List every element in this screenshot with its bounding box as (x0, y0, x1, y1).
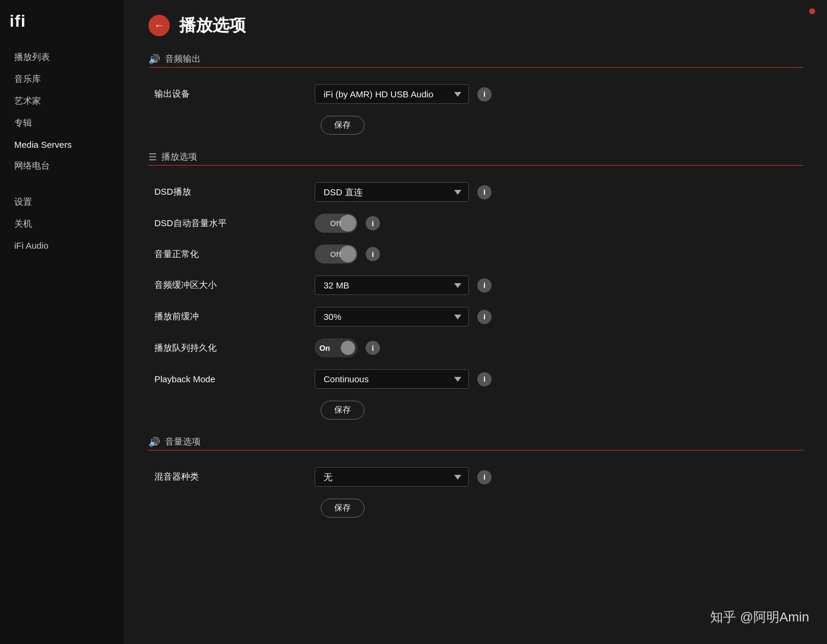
volume-normalize-label: 音量正常化 (148, 249, 315, 260)
volume-normalize-toggle[interactable]: Off (315, 245, 357, 264)
playback-mode-row: Playback Mode Continuous Single Repeat S… (148, 363, 803, 395)
dsd-volume-row: DSD自动音量水平 Off i (148, 208, 803, 239)
playback-mode-info-button[interactable]: i (477, 372, 492, 386)
section-volume-divider (148, 450, 803, 451)
sidebar-item-library[interactable]: 音乐库 (9, 69, 124, 89)
mixer-select[interactable]: 无 软件 硬件 (315, 467, 469, 487)
section-audio-output-divider (148, 67, 803, 68)
sidebar-item-ifi-audio[interactable]: iFi Audio (9, 236, 124, 255)
section-playback-header: ☰ 播放选项 (148, 151, 803, 163)
playback-save-row: 保存 (148, 395, 803, 426)
sidebar-item-settings[interactable]: 设置 (9, 192, 124, 212)
output-device-row: 输出设备 iFi (by AMR) HD USB Audio i (148, 78, 803, 110)
volume-normalize-control: Off i (315, 245, 380, 264)
persist-queue-toggle-on-label: On (319, 344, 330, 353)
sidebar-item-shutdown[interactable]: 关机 (9, 214, 124, 234)
section-volume-label: 音量选项 (165, 436, 201, 448)
output-device-select[interactable]: iFi (by AMR) HD USB Audio (315, 84, 469, 104)
mixer-control: 无 软件 硬件 i (315, 467, 492, 487)
dsd-playback-info-button[interactable]: i (477, 185, 492, 199)
sidebar: ifi 播放列表 音乐库 艺术家 专辑 Media Servers 网络电台 设… (0, 0, 125, 644)
prebuffer-label: 播放前缓冲 (148, 311, 315, 322)
persist-queue-toggle[interactable]: On (315, 338, 357, 357)
sidebar-item-playlist[interactable]: 播放列表 (9, 47, 124, 67)
volume-normalize-row: 音量正常化 Off i (148, 239, 803, 269)
dsd-volume-info-button[interactable]: i (366, 216, 380, 230)
buffer-size-row: 音频缓冲区大小 16 MB 32 MB 64 MB 128 MB i (148, 269, 803, 301)
speaker-icon: 🔊 (148, 53, 160, 65)
section-playback-label: 播放选项 (161, 151, 197, 163)
dsd-volume-toggle-thumb (340, 215, 356, 231)
page-title: 播放选项 (179, 14, 246, 37)
volume-save-row: 保存 (148, 493, 803, 524)
buffer-size-select[interactable]: 16 MB 32 MB 64 MB 128 MB (315, 275, 469, 295)
page-header: ← 播放选项 (148, 14, 803, 37)
volume-normalize-toggle-thumb (340, 246, 356, 262)
audio-output-save-button[interactable]: 保存 (321, 116, 365, 135)
section-audio-output-label: 音频输出 (165, 53, 201, 65)
dsd-volume-control: Off i (315, 214, 380, 233)
dsd-volume-toggle[interactable]: Off (315, 214, 357, 233)
buffer-size-info-button[interactable]: i (477, 278, 492, 293)
sidebar-item-artist[interactable]: 艺术家 (9, 91, 124, 111)
dsd-playback-select[interactable]: DSD 直连 PCM DoP (315, 182, 469, 202)
persist-queue-control: On i (315, 338, 380, 357)
prebuffer-row: 播放前缓冲 10% 20% 30% 40% 50% i (148, 301, 803, 332)
buffer-size-control: 16 MB 32 MB 64 MB 128 MB i (315, 275, 492, 295)
sidebar-item-radio[interactable]: 网络电台 (9, 156, 124, 176)
dsd-volume-label: DSD自动音量水平 (148, 218, 315, 229)
volume-save-button[interactable]: 保存 (321, 499, 365, 518)
playback-mode-label: Playback Mode (148, 374, 315, 384)
dsd-volume-toggle-label: Off (330, 219, 341, 228)
filter-icon: ☰ (148, 151, 157, 163)
prebuffer-info-button[interactable]: i (477, 310, 492, 324)
volume-normalize-toggle-label: Off (330, 250, 341, 259)
app-logo: ifi (9, 12, 124, 31)
playback-mode-select[interactable]: Continuous Single Repeat Shuffle (315, 369, 469, 389)
section-audio-output-header: 🔊 音频输出 (148, 53, 803, 65)
dsd-playback-row: DSD播放 DSD 直连 PCM DoP i (148, 176, 803, 208)
mixer-row: 混音器种类 无 软件 硬件 i (148, 461, 803, 493)
section-volume-header: 🔊 音量选项 (148, 436, 803, 448)
playback-mode-control: Continuous Single Repeat Shuffle i (315, 369, 492, 389)
persist-queue-info-button[interactable]: i (366, 341, 380, 355)
audio-output-save-row: 保存 (148, 110, 803, 141)
prebuffer-control: 10% 20% 30% 40% 50% i (315, 307, 492, 326)
persist-queue-row: 播放队列持久化 On i (148, 332, 803, 363)
persist-queue-toggle-thumb (341, 341, 355, 355)
sidebar-nav: 播放列表 音乐库 艺术家 专辑 Media Servers 网络电台 设置 关机… (9, 47, 124, 255)
dsd-playback-control: DSD 直连 PCM DoP i (315, 182, 492, 202)
mixer-info-button[interactable]: i (477, 470, 492, 484)
sidebar-item-album[interactable]: 专辑 (9, 113, 124, 133)
status-dot (809, 8, 815, 14)
dsd-playback-label: DSD播放 (148, 186, 315, 198)
sidebar-item-media-servers[interactable]: Media Servers (9, 135, 124, 154)
back-button[interactable]: ← (148, 15, 170, 36)
volume-icon: 🔊 (148, 436, 160, 448)
output-device-info-button[interactable]: i (477, 87, 492, 101)
prebuffer-select[interactable]: 10% 20% 30% 40% 50% (315, 307, 469, 326)
mixer-label: 混音器种类 (148, 471, 315, 483)
section-playback-divider (148, 165, 803, 166)
buffer-size-label: 音频缓冲区大小 (148, 280, 315, 291)
playback-save-button[interactable]: 保存 (321, 401, 365, 420)
output-device-control: iFi (by AMR) HD USB Audio i (315, 84, 492, 104)
persist-queue-label: 播放队列持久化 (148, 342, 315, 354)
output-device-label: 输出设备 (148, 88, 315, 100)
main-content: ← 播放选项 🔊 音频输出 输出设备 iFi (by AMR) HD USB A… (125, 0, 827, 644)
volume-normalize-info-button[interactable]: i (366, 247, 380, 261)
